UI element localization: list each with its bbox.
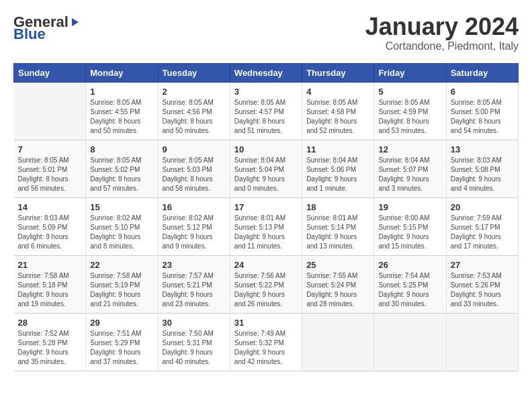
day-info: Sunrise: 8:05 AMSunset: 5:01 PMDaylight:… [18, 156, 82, 193]
day-number: 11 [306, 144, 369, 154]
day-number: 1 [90, 87, 153, 97]
day-info: Sunrise: 8:01 AMSunset: 5:13 PMDaylight:… [234, 214, 298, 251]
calendar-cell: 2Sunrise: 8:05 AMSunset: 4:56 PMDaylight… [158, 82, 230, 140]
logo: General Blue [13, 13, 81, 43]
calendar-cell: 6Sunrise: 8:05 AMSunset: 5:00 PMDaylight… [446, 82, 518, 140]
day-number: 25 [306, 260, 369, 270]
svg-marker-0 [72, 18, 79, 26]
day-number: 3 [234, 87, 298, 97]
calendar-cell: 9Sunrise: 8:05 AMSunset: 5:03 PMDaylight… [158, 140, 230, 197]
day-number: 6 [451, 87, 514, 97]
calendar-cell: 1Sunrise: 8:05 AMSunset: 4:55 PMDaylight… [86, 82, 158, 140]
day-info: Sunrise: 8:05 AMSunset: 5:00 PMDaylight:… [451, 98, 514, 136]
day-info: Sunrise: 8:02 AMSunset: 5:10 PMDaylight:… [90, 214, 153, 251]
calendar-cell: 30Sunrise: 7:50 AMSunset: 5:31 PMDayligh… [158, 313, 230, 371]
calendar-cell: 8Sunrise: 8:05 AMSunset: 5:02 PMDaylight… [86, 140, 158, 197]
day-info: Sunrise: 8:04 AMSunset: 5:07 PMDaylight:… [378, 156, 441, 193]
calendar-header: SundayMondayTuesdayWednesdayThursdayFrid… [14, 63, 519, 82]
day-number: 24 [234, 260, 298, 270]
day-number: 17 [234, 202, 298, 212]
page-header: General Blue January 2024 Cortandone, Pi… [13, 13, 519, 52]
calendar-week-2: 7Sunrise: 8:05 AMSunset: 5:01 PMDaylight… [14, 140, 519, 197]
day-info: Sunrise: 7:57 AMSunset: 5:21 PMDaylight:… [163, 271, 226, 309]
calendar-cell: 24Sunrise: 7:56 AMSunset: 5:22 PMDayligh… [230, 255, 302, 313]
calendar-cell: 11Sunrise: 8:04 AMSunset: 5:06 PMDayligh… [302, 140, 374, 197]
calendar-cell [446, 313, 518, 371]
day-info: Sunrise: 8:05 AMSunset: 5:02 PMDaylight:… [90, 156, 153, 193]
calendar-week-4: 21Sunrise: 7:58 AMSunset: 5:18 PMDayligh… [14, 255, 519, 313]
day-number: 8 [90, 144, 153, 154]
calendar-cell: 10Sunrise: 8:04 AMSunset: 5:04 PMDayligh… [230, 140, 302, 197]
calendar-cell: 21Sunrise: 7:58 AMSunset: 5:18 PMDayligh… [14, 255, 86, 313]
day-number: 9 [163, 144, 226, 154]
calendar-cell: 4Sunrise: 8:05 AMSunset: 4:58 PMDaylight… [302, 82, 374, 140]
day-info: Sunrise: 8:04 AMSunset: 5:06 PMDaylight:… [306, 156, 369, 193]
day-number: 2 [163, 87, 226, 97]
day-number: 5 [378, 87, 441, 97]
calendar-cell: 23Sunrise: 7:57 AMSunset: 5:21 PMDayligh… [158, 255, 230, 313]
day-number: 13 [451, 144, 514, 154]
col-header-wednesday: Wednesday [230, 63, 302, 82]
calendar-cell: 22Sunrise: 7:58 AMSunset: 5:19 PMDayligh… [86, 255, 158, 313]
calendar-cell: 16Sunrise: 8:02 AMSunset: 5:12 PMDayligh… [158, 197, 230, 255]
day-number: 18 [306, 202, 369, 212]
calendar-week-3: 14Sunrise: 8:03 AMSunset: 5:09 PMDayligh… [14, 197, 519, 255]
calendar-cell: 27Sunrise: 7:53 AMSunset: 5:26 PMDayligh… [446, 255, 518, 313]
day-number: 7 [18, 144, 82, 154]
day-number: 14 [18, 202, 82, 212]
day-info: Sunrise: 7:59 AMSunset: 5:17 PMDaylight:… [451, 214, 514, 251]
day-number: 4 [306, 87, 369, 97]
day-number: 26 [378, 260, 441, 270]
day-info: Sunrise: 8:05 AMSunset: 5:03 PMDaylight:… [163, 156, 226, 193]
day-info: Sunrise: 8:01 AMSunset: 5:14 PMDaylight:… [306, 214, 369, 251]
calendar-week-5: 28Sunrise: 7:52 AMSunset: 5:28 PMDayligh… [14, 313, 519, 371]
col-header-sunday: Sunday [14, 63, 86, 82]
calendar-cell: 17Sunrise: 8:01 AMSunset: 5:13 PMDayligh… [230, 197, 302, 255]
day-info: Sunrise: 8:05 AMSunset: 4:57 PMDaylight:… [234, 98, 298, 136]
day-info: Sunrise: 7:52 AMSunset: 5:28 PMDaylight:… [18, 329, 82, 367]
calendar-header-row: SundayMondayTuesdayWednesdayThursdayFrid… [14, 63, 519, 82]
day-number: 10 [234, 144, 298, 154]
calendar-cell: 18Sunrise: 8:01 AMSunset: 5:14 PMDayligh… [302, 197, 374, 255]
day-number: 23 [163, 260, 226, 270]
day-info: Sunrise: 8:03 AMSunset: 5:08 PMDaylight:… [451, 156, 514, 193]
day-info: Sunrise: 8:05 AMSunset: 4:58 PMDaylight:… [306, 98, 369, 136]
day-info: Sunrise: 8:05 AMSunset: 4:56 PMDaylight:… [163, 98, 226, 136]
day-info: Sunrise: 8:04 AMSunset: 5:04 PMDaylight:… [234, 156, 298, 193]
calendar-table: SundayMondayTuesdayWednesdayThursdayFrid… [13, 63, 519, 371]
calendar-cell: 12Sunrise: 8:04 AMSunset: 5:07 PMDayligh… [374, 140, 446, 197]
day-info: Sunrise: 7:58 AMSunset: 5:19 PMDaylight:… [90, 271, 153, 309]
calendar-cell [302, 313, 374, 371]
day-number: 16 [163, 202, 226, 212]
calendar-cell: 15Sunrise: 8:02 AMSunset: 5:10 PMDayligh… [86, 197, 158, 255]
calendar-cell: 28Sunrise: 7:52 AMSunset: 5:28 PMDayligh… [14, 313, 86, 371]
day-number: 20 [451, 202, 514, 212]
calendar-cell: 19Sunrise: 8:00 AMSunset: 5:15 PMDayligh… [374, 197, 446, 255]
calendar-cell: 14Sunrise: 8:03 AMSunset: 5:09 PMDayligh… [14, 197, 86, 255]
calendar-week-1: 1Sunrise: 8:05 AMSunset: 4:55 PMDaylight… [14, 82, 519, 140]
day-info: Sunrise: 7:58 AMSunset: 5:18 PMDaylight:… [18, 271, 82, 309]
day-number: 19 [378, 202, 441, 212]
logo-arrow-icon [69, 17, 80, 28]
day-info: Sunrise: 8:05 AMSunset: 4:55 PMDaylight:… [90, 98, 153, 136]
calendar-cell: 3Sunrise: 8:05 AMSunset: 4:57 PMDaylight… [230, 82, 302, 140]
day-info: Sunrise: 7:49 AMSunset: 5:32 PMDaylight:… [234, 329, 298, 367]
day-number: 31 [234, 318, 298, 328]
day-info: Sunrise: 8:03 AMSunset: 5:09 PMDaylight:… [18, 214, 82, 251]
calendar-cell: 20Sunrise: 7:59 AMSunset: 5:17 PMDayligh… [446, 197, 518, 255]
col-header-saturday: Saturday [446, 63, 518, 82]
day-info: Sunrise: 8:02 AMSunset: 5:12 PMDaylight:… [163, 214, 226, 251]
calendar-cell: 25Sunrise: 7:55 AMSunset: 5:24 PMDayligh… [302, 255, 374, 313]
calendar-body: 1Sunrise: 8:05 AMSunset: 4:55 PMDaylight… [14, 82, 519, 371]
day-number: 29 [90, 318, 153, 328]
day-number: 21 [18, 260, 82, 270]
calendar-cell: 13Sunrise: 8:03 AMSunset: 5:08 PMDayligh… [446, 140, 518, 197]
calendar-cell: 26Sunrise: 7:54 AMSunset: 5:25 PMDayligh… [374, 255, 446, 313]
col-header-tuesday: Tuesday [158, 63, 230, 82]
day-info: Sunrise: 7:55 AMSunset: 5:24 PMDaylight:… [306, 271, 369, 309]
day-info: Sunrise: 7:51 AMSunset: 5:29 PMDaylight:… [90, 329, 153, 367]
title-block: January 2024 Cortandone, Piedmont, Italy [365, 13, 519, 52]
calendar-cell: 31Sunrise: 7:49 AMSunset: 5:32 PMDayligh… [230, 313, 302, 371]
day-number: 15 [90, 202, 153, 212]
col-header-monday: Monday [86, 63, 158, 82]
